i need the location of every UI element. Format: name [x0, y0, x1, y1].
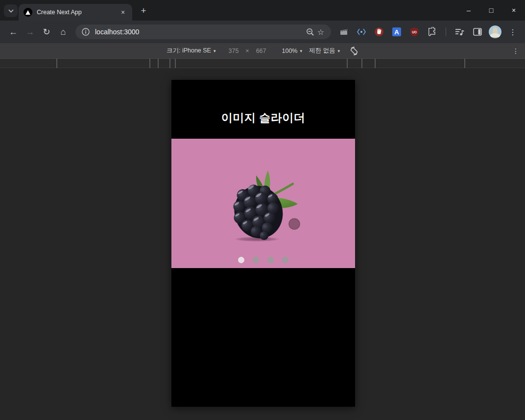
- devtools-canvas: 이미지 슬라이더: [0, 69, 525, 420]
- device-toolbar: 크기: iPhone SE ▾ 375 × 667 100% ▾ 제한 없음 ▾…: [0, 43, 525, 59]
- page-title: 이미지 슬라이더: [171, 110, 355, 125]
- maximize-button[interactable]: □: [480, 0, 502, 21]
- slider-dot[interactable]: [282, 257, 288, 263]
- media-query-mark: [175, 59, 176, 68]
- hand-blocker-extension-icon[interactable]: [372, 25, 386, 39]
- media-query-mark: [361, 59, 362, 68]
- device-height-field[interactable]: 667: [256, 48, 266, 54]
- bookmark-star-icon[interactable]: ☆: [315, 26, 326, 37]
- blackberry-image[interactable]: [223, 166, 306, 247]
- home-icon[interactable]: ⌂: [55, 24, 72, 40]
- ublock-shield-extension-icon[interactable]: UO: [407, 25, 421, 39]
- close-button[interactable]: ×: [502, 0, 525, 21]
- tab-close-icon[interactable]: ×: [119, 8, 127, 17]
- slider-dots: [171, 257, 355, 263]
- media-query-mark: [375, 59, 376, 68]
- slider-dot[interactable]: [267, 257, 274, 263]
- back-icon[interactable]: ←: [5, 24, 22, 40]
- browser-window: Create Next App × + – □ × ← → ↻ ⌂ localh…: [0, 0, 525, 420]
- browser-toolbar: ← → ↻ ⌂ localhost:3000 ☆ A: [0, 21, 525, 43]
- device-width-field[interactable]: 375: [228, 48, 239, 54]
- device-select-dropdown[interactable]: 크기: iPhone SE ▾: [167, 47, 216, 55]
- svg-text:UO: UO: [412, 30, 417, 34]
- media-query-mark: [158, 59, 159, 68]
- tab-create-next-app[interactable]: Create Next App ×: [19, 4, 132, 21]
- device-viewport: 이미지 슬라이더: [171, 80, 355, 407]
- nextjs-favicon-icon: [24, 8, 32, 17]
- chevron-down-icon: ▾: [300, 49, 303, 53]
- code-brackets-extension-icon[interactable]: [355, 25, 368, 39]
- slider-dot[interactable]: [253, 257, 259, 263]
- media-query-mark: [169, 59, 170, 68]
- address-bar[interactable]: localhost:3000 ☆: [75, 25, 331, 39]
- avatar-image: [489, 25, 501, 38]
- site-info-icon[interactable]: [80, 26, 91, 37]
- rotate-device-icon[interactable]: [350, 47, 358, 55]
- media-controls-icon[interactable]: [453, 25, 467, 39]
- loose-drupelet: [289, 219, 300, 229]
- svg-text:A: A: [394, 28, 399, 36]
- chevron-down-icon: ▾: [338, 49, 340, 53]
- media-query-mark: [464, 59, 465, 68]
- extensions-puzzle-icon[interactable]: [425, 25, 439, 39]
- letter-a-extension-icon[interactable]: A: [390, 25, 404, 39]
- zoom-out-icon[interactable]: [305, 26, 315, 37]
- tab-title: Create Next App: [37, 9, 119, 16]
- new-tab-button[interactable]: +: [137, 4, 150, 17]
- berry-body: [226, 178, 290, 247]
- media-query-bar: [0, 59, 525, 68]
- forward-icon[interactable]: →: [22, 24, 38, 40]
- slider-dot[interactable]: [238, 257, 244, 263]
- devtools-menu-icon[interactable]: ⋮: [512, 47, 519, 55]
- multiply-sign: ×: [245, 48, 249, 54]
- minimize-button[interactable]: –: [457, 0, 480, 21]
- chevron-down-icon: [8, 9, 14, 13]
- window-controls: – □ ×: [457, 0, 525, 21]
- extensions-row: A UO ⋮: [337, 25, 520, 39]
- media-query-mark: [347, 59, 348, 68]
- tab-search-button[interactable]: [4, 4, 18, 17]
- media-query-mark: [149, 59, 150, 68]
- zoom-dropdown[interactable]: 100% ▾: [282, 48, 303, 54]
- chrome-menu-icon[interactable]: ⋮: [506, 25, 520, 39]
- clapperboard-extension-icon[interactable]: [337, 25, 351, 39]
- slider: [171, 139, 355, 268]
- reload-icon[interactable]: ↻: [38, 24, 55, 40]
- side-panel-icon[interactable]: [471, 25, 484, 39]
- toolbar-separator: [446, 27, 446, 36]
- chevron-down-icon: ▾: [214, 49, 216, 53]
- profile-avatar[interactable]: [488, 25, 502, 39]
- media-query-mark: [56, 59, 57, 68]
- tab-strip: Create Next App × + – □ ×: [0, 0, 525, 21]
- url-text: localhost:3000: [95, 28, 305, 36]
- throttling-dropdown[interactable]: 제한 없음 ▾: [309, 47, 340, 55]
